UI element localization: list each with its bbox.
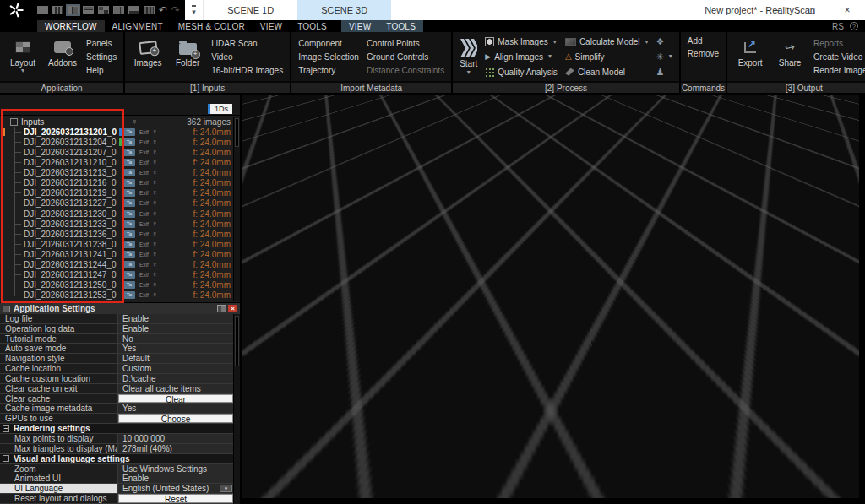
help-button[interactable]: Help [86, 66, 117, 75]
share-button[interactable]: ↪ Share [774, 35, 806, 79]
layout-button[interactable]: Layout ▾ [7, 35, 39, 79]
import-component-button[interactable]: Component [298, 39, 359, 48]
language-dropdown-button[interactable]: ▾ [220, 485, 232, 492]
calculate-model-button[interactable]: Calculate Model ▾ [565, 37, 649, 46]
lidar-scan-button[interactable]: LiDAR Scan [211, 39, 283, 48]
setting-row-ui-language[interactable]: UI Language English (United States) ▾ [0, 484, 233, 494]
setting-row-cache-custom-location[interactable]: Cache custom location D:\cache [0, 374, 233, 384]
collapse-icon[interactable]: − [3, 455, 9, 462]
model-statue-tool-button[interactable]: ♟ [656, 68, 672, 77]
image-row[interactable]: DJI_20260312131241_0 Ta Exif ♀ f: 24.0mm [0, 249, 233, 259]
reset-layout-button[interactable]: Reset [118, 494, 233, 503]
add-command-button[interactable]: Add [688, 36, 719, 46]
viewport-3d[interactable]: 3Ds [242, 95, 859, 498]
menu-mesh-color[interactable]: MESH & COLOR [171, 20, 253, 32]
texture-tool-button[interactable]: ❖ [656, 37, 672, 46]
setting-row-gpus-to-use[interactable]: GPUs to use Choose [0, 414, 233, 424]
setting-row-max-triangles[interactable]: Max triangles to display (Max... 278mil … [0, 444, 233, 454]
tab-scene-1d[interactable]: SCENE 1D [204, 0, 297, 20]
layout-grid-nine-icon[interactable] [144, 6, 155, 14]
collapse-icon[interactable]: − [3, 425, 9, 432]
menu-workflow[interactable]: WORKFLOW [37, 20, 105, 32]
menu-tools[interactable]: TOOLS [290, 20, 335, 32]
start-button[interactable]: Start ▾ [460, 35, 477, 79]
import-distance-constraints-button[interactable]: Distance Constraints [367, 66, 444, 75]
image-row[interactable]: DJI_20260312131201_0 Ta Exif ♀ f: 24.0mm [0, 127, 233, 137]
layout-three-columns-icon[interactable] [52, 6, 63, 14]
menu-tools-contextual[interactable]: TOOLS [378, 20, 423, 32]
float-panel-icon[interactable] [217, 305, 226, 312]
view-badge-3ds[interactable]: 3Ds [827, 103, 851, 113]
image-row[interactable]: DJI_20260312131230_0 Ta Exif ♀ f: 24.0mm [0, 209, 233, 219]
image-row[interactable]: DJI_20260312131253_0 Ta Exif ♀ f: 24.0mm [0, 290, 233, 301]
close-button[interactable]: × [830, 0, 865, 20]
clear-cache-button[interactable]: Clear [118, 394, 233, 404]
collapse-icon[interactable]: − [10, 118, 18, 126]
layout-two-pane-icon[interactable] [68, 6, 79, 14]
image-row[interactable]: DJI_20260312131219_0 Ta Exif ♀ f: 24.0mm [0, 188, 233, 198]
image-row[interactable]: DJI_20260312131204_0 Ta Exif ♀ f: 24.0mm [0, 137, 233, 147]
reports-button[interactable]: Reports [813, 39, 865, 48]
image-row[interactable]: DJI_20260312131213_0 Ta Exif ♀ f: 24.0mm [0, 168, 233, 178]
redo-icon[interactable]: ↷ [171, 6, 180, 14]
menu-view[interactable]: VIEW [253, 20, 290, 32]
setting-row-navigation-style[interactable]: Navigation style Default [0, 354, 233, 364]
image-row[interactable]: DJI_20260312131236_0 Ta Exif ♀ f: 24.0mm [0, 229, 233, 239]
setting-row-clear-cache[interactable]: Clear cache Clear [0, 394, 233, 404]
hdr-images-button[interactable]: 16-bit/HDR Images [211, 66, 283, 75]
addons-button[interactable]: Addons [46, 35, 79, 79]
layout-grid-six-icon[interactable] [113, 6, 124, 14]
quick-access-dropdown[interactable]: ▾ [185, 0, 204, 20]
choose-gpus-button[interactable]: Choose [118, 414, 233, 423]
setting-row-cache-image-metadata[interactable]: Cache image metadata Yes [0, 404, 233, 414]
inputs-root-row[interactable]: − Inputs ♀ 362 images [0, 117, 233, 127]
inputs-scrollbar-thumb[interactable] [235, 118, 239, 147]
image-row[interactable]: DJI_20260312131238_0 Ta Exif ♀ f: 24.0mm [0, 239, 233, 249]
simplify-button[interactable]: △ Simplify [565, 52, 649, 62]
import-images-button[interactable]: Images [132, 35, 164, 79]
setting-row-auto-save[interactable]: Auto save mode Yes [0, 344, 233, 354]
layout-quad-icon[interactable] [98, 6, 109, 14]
panels-button[interactable]: Panels [86, 39, 117, 48]
colorize-tool-button[interactable]: ✳ ▾ [656, 52, 672, 62]
import-ground-controls-button[interactable]: Ground Controls [367, 52, 444, 62]
import-control-points-button[interactable]: Control Points [367, 39, 444, 48]
section-visual-language-settings[interactable]: − Visual and language settings [0, 454, 233, 464]
layout-bottom-bar-icon[interactable] [128, 6, 139, 14]
setting-row-operation-log[interactable]: Operation log data Enable [0, 324, 233, 334]
import-image-selection-button[interactable]: Image Selection [298, 52, 359, 62]
image-row[interactable]: DJI_20260312131216_0 Ta Exif ♀ f: 24.0mm [0, 178, 233, 188]
import-folder-button[interactable]: Folder [171, 35, 204, 79]
setting-row-cache-location[interactable]: Cache location Custom [0, 364, 233, 374]
image-row[interactable]: DJI_20260312131210_0 Ta Exif ♀ f: 24.0mm [0, 157, 233, 167]
image-row[interactable]: DJI_20260312131244_0 Ta Exif ♀ f: 24.0mm [0, 260, 233, 270]
import-trajectory-button[interactable]: Trajectory [298, 66, 359, 75]
layout-split-horizontal-icon[interactable] [83, 6, 94, 14]
tab-scene-3d[interactable]: SCENE 3D [297, 0, 391, 20]
menu-view-contextual[interactable]: VIEW [341, 20, 378, 32]
setting-row-clear-cache-on-exit[interactable]: Clear cache on exit Clear all cache item… [0, 384, 233, 394]
close-panel-icon[interactable]: × [228, 305, 237, 312]
video-button[interactable]: Video [211, 52, 283, 62]
help-icon[interactable]: ? [850, 22, 858, 30]
settings-button[interactable]: Settings [86, 52, 117, 62]
image-row[interactable]: DJI_20260312131227_0 Ta Exif ♀ f: 24.0mm [0, 198, 233, 209]
rs-account-label[interactable]: RS [832, 22, 844, 31]
view-badge-1ds[interactable]: 1Ds [208, 104, 232, 114]
render-image-button[interactable]: Render Image ▾ [813, 66, 865, 75]
setting-row-max-points[interactable]: Max points to display 10 000 000 [0, 434, 233, 444]
inputs-scrollbar[interactable] [233, 117, 240, 301]
setting-row-animated-ui[interactable]: Animated UI Enable [0, 474, 233, 485]
remove-command-button[interactable]: Remove [688, 49, 719, 58]
mask-images-button[interactable]: Mask Images ▾ [485, 37, 558, 46]
menu-alignment[interactable]: ALIGNMENT [105, 20, 171, 32]
setting-row-tutorial-mode[interactable]: Tutorial mode No [0, 334, 233, 344]
settings-scrollbar[interactable] [233, 314, 240, 504]
image-row[interactable]: DJI_20260312131233_0 Ta Exif ♀ f: 24.0mm [0, 219, 233, 229]
align-images-button[interactable]: ▶ Align Images ▾ [485, 52, 558, 62]
setting-row-zoom[interactable]: Zoom Use Windows Settings [0, 464, 233, 474]
setting-row-log-file[interactable]: Log file Enable [0, 314, 233, 324]
section-rendering-settings[interactable]: − Rendering settings [0, 424, 233, 434]
create-video-button[interactable]: Create Video ▾ [813, 52, 865, 62]
clean-model-button[interactable]: Clean Model [565, 68, 649, 77]
